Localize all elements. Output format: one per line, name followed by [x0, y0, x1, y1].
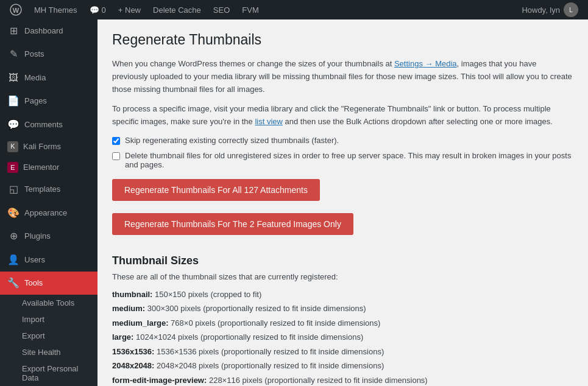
list-view-link[interactable]: list view: [255, 117, 283, 126]
skip-existing-checkbox[interactable]: [112, 137, 120, 145]
sidebar-item-comments[interactable]: 💬 Comments: [0, 113, 97, 136]
thumbnail-sizes-desc: These are all of the thumbnail sizes tha…: [112, 272, 573, 281]
avatar: L: [564, 2, 578, 17]
tools-icon: 🔧: [7, 276, 19, 290]
sidebar: ⊞ Dashboard ✎ Posts 🖼 Media 📄 Pages 💬 Co…: [0, 19, 97, 386]
wp-icon-link[interactable]: W: [5, 0, 27, 19]
regenerate-all-button[interactable]: Regenerate Thumbnails For All 127 Attach…: [112, 179, 320, 201]
media-icon: 🖼: [7, 71, 19, 85]
list-item: form-edit-image-preview: 228×116 pixels …: [112, 374, 573, 386]
sidebar-label-dashboard: Dashboard: [24, 26, 63, 37]
list-item: medium: 300×300 pixels (proportionally r…: [112, 303, 573, 315]
sidebar-label-kali-forms: Kali Forms: [23, 141, 61, 152]
delete-old-label[interactable]: Delete thumbnail files for old unregiste…: [125, 151, 573, 169]
posts-icon: ✎: [7, 47, 19, 61]
list-item: medium_large: 768×0 pixels (proportional…: [112, 317, 573, 329]
comments-count: 0: [102, 5, 106, 15]
elementor-icon: E: [7, 162, 18, 173]
list-item: 1536x1536: 1536×1536 pixels (proportiona…: [112, 346, 573, 358]
plugins-icon: ⊕: [7, 230, 19, 243]
delete-cache-button[interactable]: Delete Cache: [148, 0, 206, 19]
sidebar-label-users: Users: [24, 254, 45, 265]
list-item: 2048x2048: 2048×2048 pixels (proportiona…: [112, 360, 573, 372]
sidebar-item-posts[interactable]: ✎ Posts: [0, 43, 97, 66]
howdy-text: Howdy, lyn: [522, 5, 560, 15]
sidebar-item-templates[interactable]: ◱ Templates: [0, 178, 97, 201]
list-item: large: 1024×1024 pixels (proportionally …: [112, 331, 573, 343]
checkbox1-row: Skip regenerating existing correctly siz…: [112, 136, 573, 145]
comments-link[interactable]: 💬 0: [85, 0, 111, 19]
sidebar-label-plugins: Plugins: [24, 231, 51, 242]
regenerate-featured-button[interactable]: Regenerate Thumbnails For The 2 Featured…: [112, 213, 353, 235]
delete-cache-label: Delete Cache: [153, 5, 201, 15]
sidebar-item-appearance[interactable]: 🎨 Appearance: [0, 202, 97, 225]
svg-text:W: W: [13, 7, 19, 14]
sidebar-label-posts: Posts: [24, 49, 44, 60]
sidebar-label-pages: Pages: [24, 96, 47, 107]
site-name-link[interactable]: MH Themes: [29, 0, 82, 19]
tools-submenu: Available Tools Import Export Site Healt…: [0, 295, 97, 386]
sidebar-item-media[interactable]: 🖼 Media: [0, 66, 97, 89]
sub-import[interactable]: Import: [0, 311, 97, 328]
sidebar-label-comments: Comments: [24, 119, 63, 130]
delete-old-checkbox[interactable]: [112, 152, 120, 160]
sidebar-item-tools[interactable]: 🔧 Tools: [0, 272, 97, 295]
sub-site-health[interactable]: Site Health: [0, 344, 97, 360]
seo-label: SEO: [213, 5, 230, 15]
sidebar-label-media: Media: [24, 72, 46, 83]
comment-icon: 💬: [90, 5, 99, 15]
site-name: MH Themes: [34, 5, 77, 15]
sub-export-personal-data[interactable]: Export Personal Data: [0, 360, 97, 386]
fvm-label: FVM: [242, 5, 258, 15]
size-list: thumbnail: 150×150 pixels (cropped to fi…: [112, 289, 573, 386]
kali-forms-icon: K: [7, 141, 18, 152]
sidebar-label-templates: Templates: [24, 184, 60, 195]
sidebar-item-kali-forms[interactable]: K Kali Forms: [0, 136, 97, 157]
new-link[interactable]: + New: [113, 0, 146, 19]
templates-icon: ◱: [7, 183, 19, 196]
page-title: Regenerate Thumbnails: [112, 32, 573, 48]
pages-icon: 📄: [7, 94, 19, 108]
skip-existing-label[interactable]: Skip regenerating existing correctly siz…: [125, 136, 339, 145]
seo-link[interactable]: SEO: [208, 0, 235, 19]
sidebar-label-tools: Tools: [24, 278, 43, 289]
new-label: + New: [118, 5, 141, 15]
sub-available-tools[interactable]: Available Tools: [0, 295, 97, 311]
sidebar-label-elementor: Elementor: [23, 162, 59, 173]
top-bar: W MH Themes 💬 0 + New Delete Cache SEO F…: [0, 0, 588, 19]
checkbox2-row: Delete thumbnail files for old unregiste…: [112, 151, 573, 169]
users-icon: 👤: [7, 253, 19, 267]
sidebar-item-pages[interactable]: 📄 Pages: [0, 89, 97, 113]
sidebar-item-elementor[interactable]: E Elementor: [0, 157, 97, 178]
sidebar-item-dashboard[interactable]: ⊞ Dashboard: [0, 19, 97, 43]
appearance-icon: 🎨: [7, 206, 19, 220]
howdy-menu[interactable]: Howdy, lyn L: [517, 2, 583, 17]
sidebar-item-plugins[interactable]: ⊕ Plugins: [0, 225, 97, 248]
sidebar-item-users[interactable]: 👤 Users: [0, 248, 97, 272]
sidebar-label-appearance: Appearance: [24, 208, 67, 219]
comments-icon: 💬: [7, 118, 19, 132]
main-content: Regenerate Thumbnails When you change Wo…: [97, 19, 588, 386]
settings-media-link[interactable]: Settings → Media: [394, 59, 457, 68]
fvm-link[interactable]: FVM: [237, 0, 263, 19]
dashboard-icon: ⊞: [7, 24, 19, 38]
desc1: When you change WordPress themes or chan…: [112, 58, 573, 96]
desc2: To process a specific image, visit your …: [112, 103, 573, 128]
list-item: thumbnail: 150×150 pixels (cropped to fi…: [112, 289, 573, 301]
thumbnail-sizes-title: Thumbnail Sizes: [112, 254, 573, 267]
sub-export[interactable]: Export: [0, 328, 97, 344]
